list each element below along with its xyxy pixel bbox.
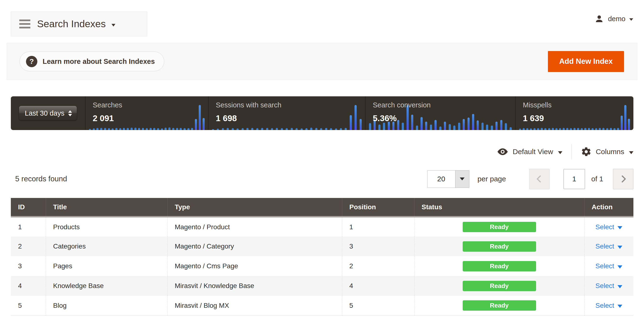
spark-bar [430, 124, 432, 130]
spark-bar [530, 128, 532, 130]
spark-bar [310, 128, 312, 130]
spark-bar [588, 128, 590, 130]
cell-action: Select [584, 217, 634, 236]
per-page-value: 20 [428, 170, 455, 188]
period-select[interactable]: Last 30 days [19, 106, 77, 121]
select-action-dropdown[interactable]: Select [595, 282, 622, 290]
select-updown-icon [68, 110, 72, 116]
spark-bar [562, 128, 565, 130]
spark-bar [296, 128, 298, 130]
spark-bar [172, 128, 174, 130]
spark-bar [505, 123, 507, 130]
chevron-down-icon [629, 151, 634, 154]
stats-bar: Last 30 days Searches 2 091 Sessions wit… [11, 96, 634, 130]
spark-bar [123, 128, 125, 130]
spark-bar [142, 128, 144, 130]
chevron-down-icon [112, 24, 115, 26]
cell-id: 3 [11, 256, 46, 276]
column-header-id[interactable]: ID [11, 198, 46, 217]
page-title-switcher[interactable]: Search Indexes [11, 12, 147, 36]
spark-bar [537, 128, 539, 130]
cell-title: Blog [46, 296, 168, 316]
spark-bar [251, 128, 253, 130]
spark-bar [402, 122, 404, 130]
spark-bar [108, 128, 110, 130]
spark-bar [519, 128, 521, 130]
page-number-input[interactable] [564, 169, 585, 189]
stat-label: Misspells [523, 101, 634, 109]
per-page-select[interactable]: 20 [427, 170, 470, 188]
chevron-down-icon [460, 178, 464, 180]
spark-bar [217, 128, 219, 130]
column-header-status[interactable]: Status [414, 198, 584, 217]
spark-bar [112, 128, 114, 130]
select-action-dropdown[interactable]: Select [595, 223, 622, 231]
spark-bar [191, 128, 193, 130]
spark-bar [453, 126, 456, 130]
search-indexes-table: ID Title Type Position Status Action 1 P… [11, 198, 634, 316]
stat-value: 1 639 [523, 114, 634, 123]
spark-bar [340, 128, 342, 130]
chevron-down-icon [618, 266, 622, 268]
spark-bar [383, 122, 385, 130]
columns-label: Columns [596, 148, 624, 156]
table-header: ID Title Type Position Status Action [11, 198, 634, 217]
stats-period-section: Last 30 days [11, 96, 85, 130]
per-page-arrow[interactable] [455, 170, 469, 188]
spark-bar [168, 128, 170, 130]
user-menu[interactable]: demo [594, 14, 633, 24]
spark-bar [93, 128, 95, 130]
spark-bar [232, 128, 234, 130]
spark-bar [510, 127, 512, 130]
next-page-button[interactable] [613, 169, 634, 189]
spark-bar [449, 124, 451, 130]
spark-bar [335, 128, 337, 130]
spark-bar [544, 128, 546, 130]
page-title: Search Indexes [37, 18, 106, 30]
select-action-dropdown[interactable]: Select [595, 302, 622, 310]
hamburger-icon[interactable] [19, 20, 30, 28]
spark-bar [330, 128, 332, 130]
spark-bar [187, 128, 190, 130]
column-header-type[interactable]: Type [168, 198, 342, 217]
column-header-title[interactable]: Title [46, 198, 168, 217]
stat-label: Sessions with search [216, 101, 365, 109]
column-header-action[interactable]: Action [584, 198, 634, 217]
spark-bar [606, 128, 608, 130]
cell-title: Knowledge Base [46, 276, 168, 296]
default-view-dropdown[interactable]: Default View [497, 146, 562, 158]
spark-bar [559, 128, 561, 130]
learn-more-button[interactable]: ? Learn more about Search Indexes [20, 52, 164, 71]
select-action-label: Select [595, 282, 614, 290]
column-header-position[interactable]: Position [342, 198, 414, 217]
spark-bar [127, 128, 129, 130]
cell-position: 4 [342, 276, 414, 296]
spark-bar [100, 128, 102, 130]
stat-label: Searches [93, 101, 208, 109]
chevron-down-icon [629, 18, 633, 21]
spark-bar [300, 128, 303, 130]
table-body: 1 Products Magento / Product 1 Ready Sel… [11, 217, 634, 316]
add-new-index-button[interactable]: Add New Index [548, 51, 624, 72]
spark-bar [119, 128, 122, 130]
chevron-down-icon [618, 305, 622, 308]
spark-bar [138, 128, 140, 130]
select-action-dropdown[interactable]: Select [595, 262, 622, 270]
cell-id: 4 [11, 276, 46, 296]
spark-bar [552, 128, 554, 130]
toolbar-strip: ? Learn more about Search Indexes Add Ne… [7, 43, 637, 80]
spark-bar [306, 128, 308, 130]
previous-page-button[interactable] [529, 169, 550, 189]
cell-position: 1 [342, 217, 414, 236]
spark-bar [320, 128, 322, 130]
columns-dropdown[interactable]: Columns [581, 146, 634, 157]
spark-bar [439, 126, 442, 130]
stat-value: 2 091 [93, 114, 208, 123]
cell-title: Pages [46, 256, 168, 276]
select-action-dropdown[interactable]: Select [595, 242, 622, 250]
spark-bar [130, 128, 133, 130]
chevron-left-icon [536, 175, 544, 182]
select-action-label: Select [595, 223, 614, 231]
spark-bar [574, 128, 576, 130]
table-row: 2 Categories Magento / Category 3 Ready … [11, 236, 634, 256]
